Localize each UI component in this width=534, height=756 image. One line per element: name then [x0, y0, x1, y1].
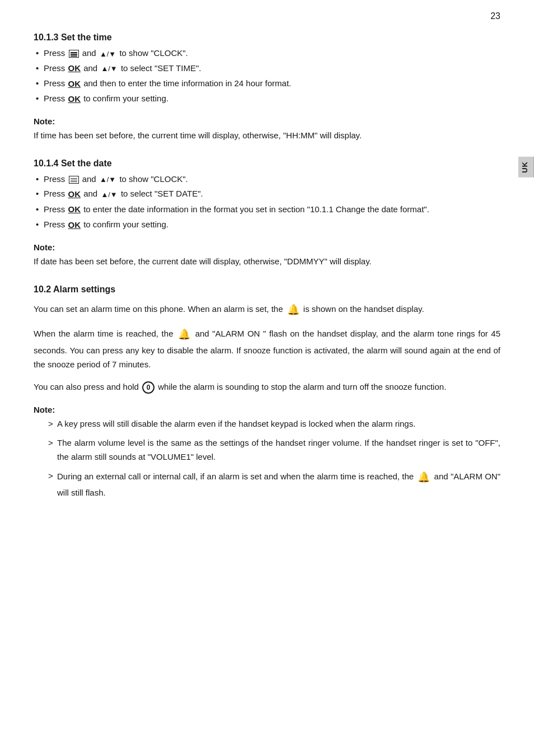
bell-icon-2: 🔔 [178, 326, 190, 343]
menu-icon-2 [69, 176, 79, 184]
ok-icon-1: OK [68, 62, 81, 75]
ok-icon-5: OK [68, 203, 81, 216]
bullet-1014-2: Press OK and ▲/▼ to select "SET DATE". [34, 188, 500, 200]
note-102-items: A key press will still disable the alarm… [34, 417, 500, 500]
ok-icon-4: OK [68, 188, 81, 201]
section-1013-bullets: Press and ▲/▼ to show "CLOCK". Press OK … [34, 47, 500, 105]
section-102-heading: 10.2 Alarm settings [34, 284, 500, 295]
bell-icon-1: 🔔 [287, 301, 299, 319]
note-102-heading: Note: [34, 405, 500, 414]
section-1014-heading: 10.1.4 Set the date [34, 158, 500, 169]
bullet-1014-4: Press OK to confirm your setting. [34, 218, 500, 231]
updown-icon-2: ▲/▼ [101, 65, 117, 72]
bell-icon-3: 🔔 [418, 469, 430, 486]
section-1014-bullets: Press and ▲/▼ to show "CLOCK". Press OK … [34, 173, 500, 231]
note-102-item-1: A key press will still disable the alarm… [40, 417, 500, 431]
bullet-1013-2: Press OK and ▲/▼ to select "SET TIME". [34, 62, 500, 75]
updown-icon-1: ▲/▼ [100, 50, 116, 58]
bullet-1013-1: Press and ▲/▼ to show "CLOCK". [34, 47, 500, 60]
ok-icon-2: OK [68, 78, 81, 91]
updown-icon-3: ▲/▼ [100, 176, 116, 183]
ok-icon-6: OK [68, 219, 81, 232]
bullet-1014-3: Press OK to enter the date information i… [34, 203, 500, 216]
uk-tab: UK [518, 157, 534, 178]
note-1013-heading: Note: [34, 116, 500, 126]
bullet-1013-3: Press OK and then to enter the time info… [34, 77, 500, 90]
note-102-item-2: The alarm volume level is the same as th… [40, 436, 500, 464]
note-102-item-3: During an external call or internal call… [40, 469, 500, 500]
note-1014-text: If date has been set before, the current… [34, 254, 500, 269]
page-number: 23 [490, 11, 500, 21]
page-container: 23 UK 10.1.3 Set the time Press and ▲/▼ … [0, 0, 534, 756]
section-102-para2: When the alarm time is reached, the 🔔 an… [34, 326, 500, 372]
power-icon: 0 [142, 381, 154, 394]
updown-icon-4: ▲/▼ [101, 191, 117, 198]
menu-icon-1 [69, 50, 79, 58]
note-1014-heading: Note: [34, 242, 500, 252]
note-1013-text: If time has been set before, the current… [34, 128, 500, 143]
section-1013-heading: 10.1.3 Set the time [34, 32, 500, 43]
section-102-para3: You can also press and hold 0 while the … [34, 380, 500, 394]
bullet-1014-1: Press and ▲/▼ to show "CLOCK". [34, 173, 500, 186]
section-102-para1: You can set an alarm time on this phone.… [34, 301, 500, 319]
ok-icon-3: OK [68, 93, 81, 106]
bullet-1013-4: Press OK to confirm your setting. [34, 92, 500, 105]
